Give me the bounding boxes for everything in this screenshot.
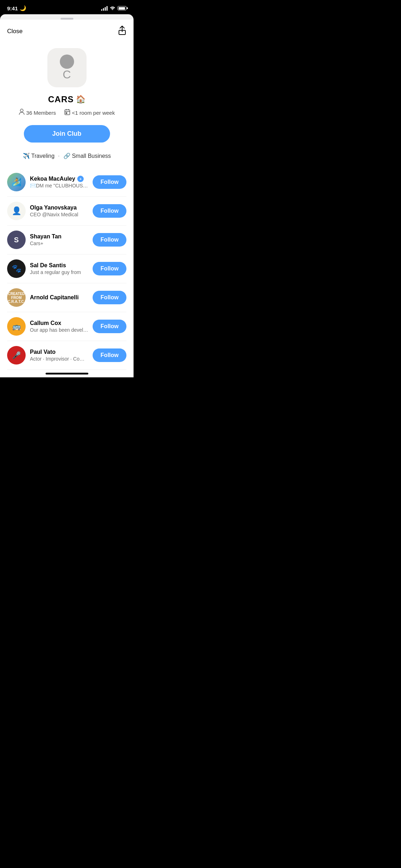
share-button[interactable] [118, 25, 126, 37]
follow-button[interactable]: Follow [93, 320, 126, 333]
sheet-handle [61, 18, 73, 20]
member-bio-label: Actor · Improvisor · Comedic... [30, 356, 88, 362]
top-nav: Close [0, 20, 134, 41]
member-name-label: Callum Cox [30, 320, 61, 326]
wifi-icon [110, 5, 115, 11]
member-name-label: Paul Vato [30, 349, 56, 355]
status-icons [101, 5, 126, 11]
member-info: Sal De SantisJust a regular guy from [30, 262, 88, 275]
member-info: Paul VatoActor · Improvisor · Comedic... [30, 349, 88, 362]
member-row: 👤Olga YanovskayaCEO @Navix MedicalFollow [7, 197, 126, 226]
member-row: 🎤Paul VatoActor · Improvisor · Comedic..… [7, 341, 126, 370]
house-emoji: 🏠 [76, 95, 85, 104]
time-label: 9:41 [7, 5, 18, 11]
club-avatar: C [47, 48, 87, 87]
club-avatar-container: C [0, 41, 134, 93]
rooms-stat: <1 room per week [64, 109, 115, 117]
member-info: Arnold Capitanelli [30, 294, 88, 301]
follow-button[interactable]: Follow [93, 233, 126, 247]
avatar-circle [60, 55, 74, 69]
club-name-row: CARS 🏠 [0, 93, 134, 107]
tags-row: ✈️ Traveling · 🔗 Small Business [0, 150, 134, 168]
follow-button[interactable]: Follow [93, 204, 126, 218]
member-info: Shayan TanCars+ [30, 233, 88, 246]
member-name-label: Arnold Capitanelli [30, 294, 79, 301]
member-avatar[interactable]: 🎤 [7, 346, 26, 365]
member-bio-label: ✉️DM me "CLUBHOUSE" on I... [30, 183, 88, 188]
svg-rect-2 [65, 110, 70, 115]
battery-icon [118, 6, 126, 10]
member-name-row: Kekoa MacAuley [30, 176, 88, 182]
member-name-row: Arnold Capitanelli [30, 294, 88, 301]
status-bar: 9:41 🌙 [0, 0, 134, 14]
member-avatar[interactable]: 🚌 [7, 317, 26, 336]
moon-icon: 🌙 [20, 5, 26, 11]
close-button[interactable]: Close [7, 28, 22, 35]
member-bio-label: Our app has been developed t... [30, 327, 88, 333]
follow-button[interactable]: Follow [93, 348, 126, 362]
svg-point-1 [20, 109, 23, 112]
club-stats: 36 Members <1 room per week [0, 107, 134, 124]
member-bio-label: Cars+ [30, 241, 88, 246]
sheet-handle-area [0, 14, 134, 20]
person-icon [19, 109, 25, 117]
home-indicator [0, 370, 134, 377]
member-bio-label: CEO @Navix Medical [30, 212, 88, 217]
member-avatar[interactable]: S [7, 231, 26, 249]
calendar-icon [64, 109, 70, 117]
members-list: 🏄Kekoa MacAuley✉️DM me "CLUBHOUSE" on I.… [0, 168, 134, 370]
member-avatar[interactable]: CREATED FROM S.C.R.A.T.C.H. [7, 288, 26, 307]
members-count: 36 Members [26, 110, 56, 116]
home-bar [46, 373, 88, 374]
member-row: 🏄Kekoa MacAuley✉️DM me "CLUBHOUSE" on I.… [7, 168, 126, 197]
member-name-label: Sal De Santis [30, 262, 66, 269]
new-member-badge [77, 176, 84, 182]
member-info: Olga YanovskayaCEO @Navix Medical [30, 205, 88, 217]
avatar-letter: C [63, 68, 71, 81]
member-name-label: Shayan Tan [30, 233, 62, 240]
member-avatar[interactable]: 🐾 [7, 259, 26, 278]
member-avatar[interactable]: 👤 [7, 202, 26, 220]
svg-rect-3 [66, 113, 67, 114]
member-name-label: Kekoa MacAuley [30, 176, 75, 182]
member-avatar[interactable]: 🏄 [7, 173, 26, 191]
member-row: SShayan TanCars+Follow [7, 226, 126, 254]
rooms-count: <1 room per week [72, 110, 115, 116]
member-name-row: Shayan Tan [30, 233, 88, 240]
member-row: 🐾Sal De SantisJust a regular guy fromFol… [7, 254, 126, 283]
follow-button[interactable]: Follow [93, 262, 126, 275]
member-name-label: Olga Yanovskaya [30, 205, 77, 211]
member-row: CREATED FROM S.C.R.A.T.C.H.Arnold Capita… [7, 283, 126, 312]
member-bio-label: Just a regular guy from [30, 269, 88, 275]
follow-button[interactable]: Follow [93, 291, 126, 304]
members-stat: 36 Members [19, 109, 56, 117]
signal-icon [101, 6, 108, 11]
status-time-area: 9:41 🌙 [7, 5, 26, 11]
tag-business: 🔗 Small Business [63, 153, 111, 159]
member-name-row: Callum Cox [30, 320, 88, 326]
main-content: Close C CARS 🏠 36 Members [0, 20, 134, 377]
member-name-row: Paul Vato [30, 349, 88, 355]
member-name-row: Olga Yanovskaya [30, 205, 88, 211]
member-info: Callum CoxOur app has been developed t..… [30, 320, 88, 333]
member-row: 🚌Callum CoxOur app has been developed t.… [7, 312, 126, 341]
tag-travel: ✈️ Traveling [23, 153, 54, 159]
tag-separator: · [58, 153, 59, 159]
club-name: CARS [48, 94, 74, 104]
member-info: Kekoa MacAuley✉️DM me "CLUBHOUSE" on I..… [30, 176, 88, 188]
join-btn-container: Join Club [0, 124, 134, 150]
member-name-row: Sal De Santis [30, 262, 88, 269]
join-club-button[interactable]: Join Club [24, 125, 110, 143]
follow-button[interactable]: Follow [93, 175, 126, 189]
